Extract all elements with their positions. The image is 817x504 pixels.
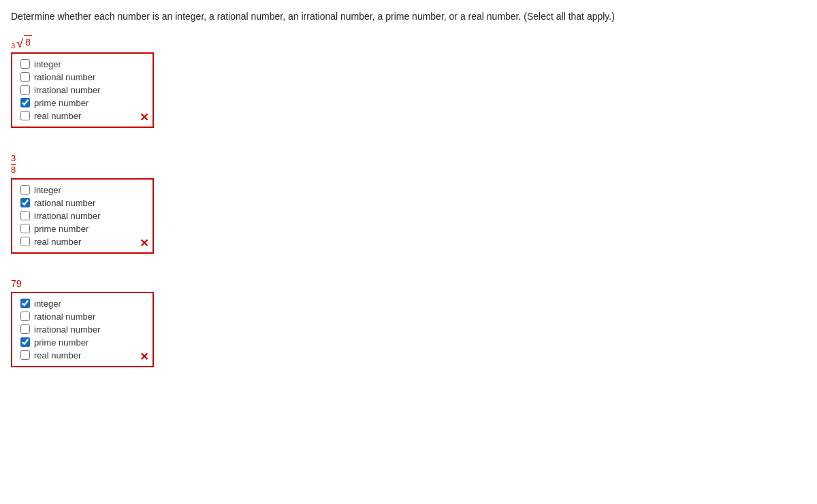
problem-2-checkbox-box: integer rational number irrational numbe… <box>11 178 154 254</box>
problem-2: 3 8 integer rational number irrational n… <box>11 152 806 254</box>
prime-number-label[interactable]: prime number <box>34 98 89 108</box>
problem-3-checkbox-box: integer rational number irrational numbe… <box>11 292 154 367</box>
list-item[interactable]: prime number <box>20 98 144 108</box>
incorrect-mark: ✕ <box>140 237 148 250</box>
real-number-label[interactable]: real number <box>34 237 81 247</box>
real-number-checkbox[interactable] <box>20 237 30 246</box>
list-item[interactable]: irrational number <box>20 211 144 221</box>
real-number-label[interactable]: real number <box>34 111 81 121</box>
instructions-text: Determine whether each number is an inte… <box>11 11 806 22</box>
incorrect-mark: ✕ <box>140 350 148 363</box>
irrational-number-label[interactable]: irrational number <box>34 211 101 221</box>
list-item[interactable]: real number <box>20 111 144 121</box>
sqrt-content: 8 <box>24 35 32 50</box>
rational-number-label[interactable]: rational number <box>34 312 95 322</box>
problem-2-label: 3 8 <box>11 153 16 175</box>
list-item[interactable]: real number <box>20 350 144 360</box>
list-item[interactable]: irrational number <box>20 324 144 335</box>
list-item[interactable]: rational number <box>20 198 144 208</box>
problem-1-checkbox-box: integer rational number irrational numbe… <box>11 52 154 128</box>
list-item[interactable]: rational number <box>20 312 144 322</box>
prime-number-checkbox[interactable] <box>20 224 30 233</box>
prime-number-checkbox[interactable] <box>20 337 30 347</box>
prime-number-label[interactable]: prime number <box>34 224 89 234</box>
real-number-checkbox[interactable] <box>20 111 30 120</box>
prime-number-label[interactable]: prime number <box>34 337 89 348</box>
list-item[interactable]: real number <box>20 237 144 247</box>
list-item[interactable]: integer <box>20 185 144 195</box>
problem-3-label: 79 <box>11 278 806 289</box>
problem-3: 79 integer rational number irrational nu… <box>11 278 806 367</box>
list-item[interactable]: rational number <box>20 72 144 82</box>
integer-label[interactable]: integer <box>34 185 61 195</box>
sqrt-superscript: 3 <box>11 41 15 50</box>
list-item[interactable]: irrational number <box>20 85 144 95</box>
irrational-number-checkbox[interactable] <box>20 211 30 220</box>
real-number-label[interactable]: real number <box>34 350 81 360</box>
irrational-number-checkbox[interactable] <box>20 85 30 95</box>
fraction-denominator: 8 <box>11 165 16 175</box>
rational-number-label[interactable]: rational number <box>34 198 95 208</box>
rational-number-checkbox[interactable] <box>20 198 30 207</box>
irrational-number-label[interactable]: irrational number <box>34 85 101 95</box>
rational-number-label[interactable]: rational number <box>34 72 95 82</box>
list-item[interactable]: prime number <box>20 224 144 234</box>
real-number-checkbox[interactable] <box>20 350 30 360</box>
integer-checkbox[interactable] <box>20 59 30 69</box>
list-item[interactable]: integer <box>20 299 144 309</box>
irrational-number-label[interactable]: irrational number <box>34 324 101 335</box>
integer-label[interactable]: integer <box>34 59 61 69</box>
list-item[interactable]: prime number <box>20 337 144 348</box>
integer-label[interactable]: integer <box>34 299 61 309</box>
sqrt-symbol: √ <box>16 37 23 50</box>
problem-1-label: 3 √ 8 <box>11 35 806 50</box>
integer-checkbox[interactable] <box>20 185 30 195</box>
rational-number-checkbox[interactable] <box>20 72 30 82</box>
irrational-number-checkbox[interactable] <box>20 324 30 334</box>
incorrect-mark: ✕ <box>140 111 148 124</box>
list-item[interactable]: integer <box>20 59 144 69</box>
prime-number-checkbox[interactable] <box>20 98 30 107</box>
problem-1: 3 √ 8 integer rational number irrational… <box>11 35 806 128</box>
fraction-numerator: 3 <box>11 153 16 165</box>
integer-checkbox[interactable] <box>20 299 30 308</box>
rational-number-checkbox[interactable] <box>20 312 30 321</box>
